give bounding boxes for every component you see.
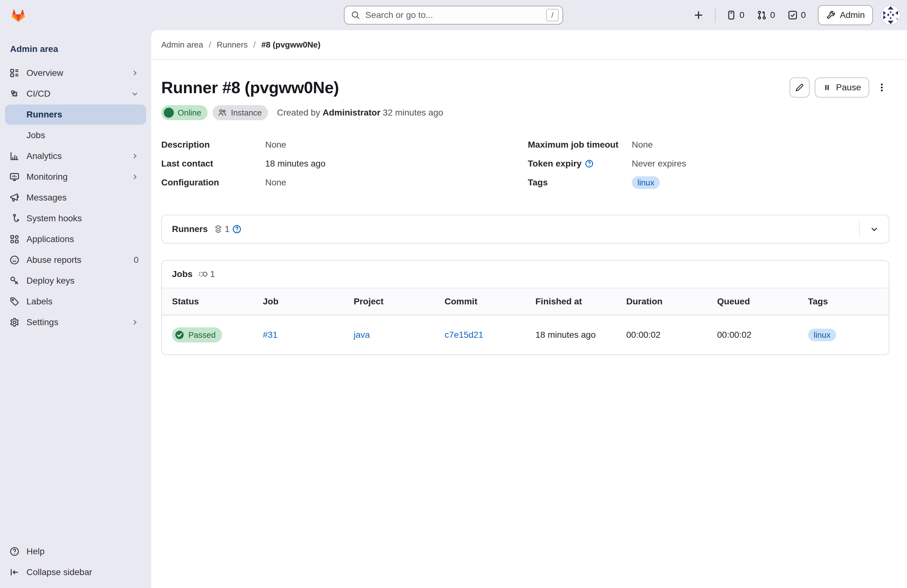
gear-icon [10, 317, 19, 328]
gitlab-logo-icon[interactable] [10, 7, 26, 23]
job-status-badge-passed[interactable]: Passed [172, 328, 222, 342]
description-value: None [265, 135, 523, 154]
overview-icon [10, 68, 19, 78]
sidebar-item-cicd[interactable]: CI/CD [5, 84, 146, 104]
sidebar-item-label: Jobs [26, 130, 45, 141]
sidebar-item-settings[interactable]: Settings [5, 312, 146, 332]
analytics-icon [10, 151, 19, 161]
admin-label: Admin [840, 10, 865, 20]
commit-link[interactable]: c7e15d21 [445, 330, 484, 340]
key-icon [10, 276, 19, 286]
sidebar-item-system-hooks[interactable]: System hooks [5, 208, 146, 228]
merge-request-icon [757, 10, 767, 20]
chevron-right-icon [131, 152, 139, 160]
search-icon [351, 10, 360, 20]
max-job-timeout-value: None [632, 135, 889, 154]
issues-count: 0 [739, 10, 745, 20]
help-label: Help [26, 546, 45, 556]
created-by-user: Administrator [322, 108, 380, 117]
runner-details: Description None Last contact 18 minutes… [161, 135, 889, 192]
runner-type-badge: Instance [213, 105, 268, 120]
admin-sidebar: Admin area Overview CI/CD [0, 30, 151, 588]
col-job: Job [253, 288, 344, 315]
breadcrumb-current: #8 (pvgww0Ne) [261, 40, 320, 50]
jobs-section-title: Jobs [172, 269, 192, 279]
edit-runner-button[interactable] [790, 77, 810, 97]
sidebar-item-labels[interactable]: Labels [5, 291, 146, 312]
breadcrumb-separator: / [253, 40, 255, 50]
sidebar-item-overview[interactable]: Overview [5, 63, 146, 83]
duration-value: 00:00:02 [616, 315, 707, 355]
collapse-sidebar-icon [10, 567, 19, 577]
sidebar-item-label: Deploy keys [26, 276, 75, 286]
last-contact-value: 18 minutes ago [265, 154, 523, 173]
jobs-count: 1 [210, 269, 215, 279]
merge-requests-count: 0 [770, 10, 775, 20]
applications-icon [10, 234, 19, 244]
sidebar-item-label: CI/CD [26, 89, 50, 99]
sidebar-item-label: Applications [26, 234, 74, 244]
sidebar-item-label: Messages [26, 193, 67, 203]
todos-counter[interactable]: 0 [783, 10, 810, 20]
breadcrumb-runners[interactable]: Runners [217, 40, 248, 50]
job-row: Passed #31 java c7e15d21 18 minutes ago … [162, 315, 889, 355]
sidebar-item-monitoring[interactable]: Monitoring [5, 167, 146, 187]
project-link[interactable]: java [354, 330, 370, 340]
col-tags: Tags [798, 288, 889, 315]
admin-mode-button[interactable]: Admin [818, 5, 873, 25]
max-job-timeout-label: Maximum job timeout [528, 135, 632, 154]
status-badge-online: Online [161, 105, 208, 120]
todos-count: 0 [801, 10, 806, 20]
sidebar-item-messages[interactable]: Messages [5, 188, 146, 208]
jobs-table-header-row: Status Job Project Commit Finished at Du… [162, 288, 889, 315]
collapse-sidebar-button[interactable]: Collapse sidebar [5, 562, 146, 582]
job-link[interactable]: #31 [263, 330, 278, 340]
runners-section-title: Runners [172, 224, 208, 234]
runners-count: 1 [225, 224, 230, 234]
description-label: Description [161, 135, 265, 154]
more-actions-kebab-button[interactable] [874, 77, 889, 97]
sidebar-item-runners[interactable]: Runners [5, 104, 146, 125]
online-dot-icon [164, 108, 174, 118]
breadcrumb-admin-area[interactable]: Admin area [161, 40, 203, 50]
megaphone-icon [10, 193, 19, 203]
monitor-icon [10, 172, 19, 182]
breadcrumb-separator: / [209, 40, 211, 50]
col-finished-at: Finished at [525, 288, 616, 315]
check-circle-icon [175, 330, 184, 340]
top-bar: Search or go to... / 0 0 0 [0, 0, 907, 30]
chevron-right-icon [131, 173, 139, 181]
create-new-button[interactable] [688, 5, 708, 25]
pause-icon [823, 83, 831, 92]
sidebar-item-jobs[interactable]: Jobs [5, 125, 146, 145]
sidebar-item-analytics[interactable]: Analytics [5, 146, 146, 166]
sidebar-item-applications[interactable]: Applications [5, 229, 146, 249]
search-input[interactable]: Search or go to... / [344, 6, 563, 24]
runners-expand-button[interactable] [860, 215, 889, 243]
runner-tag-linux: linux [632, 176, 660, 189]
help-button[interactable]: Help [5, 542, 146, 562]
merge-requests-counter[interactable]: 0 [752, 10, 779, 20]
issues-counter[interactable]: 0 [722, 10, 749, 20]
jobs-table: Status Job Project Commit Finished at Du… [162, 288, 889, 355]
users-icon [218, 108, 227, 117]
token-expiry-help-icon[interactable] [585, 159, 594, 168]
token-expiry-value: Never expires [632, 154, 889, 173]
pause-runner-button[interactable]: Pause [815, 77, 869, 97]
user-avatar[interactable] [881, 5, 901, 25]
runners-help-icon[interactable] [232, 224, 242, 234]
sidebar-item-label: Labels [26, 297, 53, 307]
sidebar-item-label: Overview [26, 68, 63, 78]
sidebar-item-deploy-keys[interactable]: Deploy keys [5, 271, 146, 291]
sidebar-item-abuse-reports[interactable]: Abuse reports 0 [5, 250, 146, 270]
frown-icon [10, 255, 19, 265]
sidebar-item-label: Runners [26, 110, 62, 120]
col-duration: Duration [616, 288, 707, 315]
configuration-label: Configuration [161, 173, 265, 192]
sidebar-item-label: Settings [26, 317, 58, 328]
created-by-text: Created by Administrator 32 minutes ago [277, 108, 443, 118]
help-question-icon [10, 546, 19, 556]
chevron-down-icon [131, 90, 139, 97]
sidebar-item-label: System hooks [26, 213, 82, 224]
sidebar-item-label: Monitoring [26, 172, 68, 182]
